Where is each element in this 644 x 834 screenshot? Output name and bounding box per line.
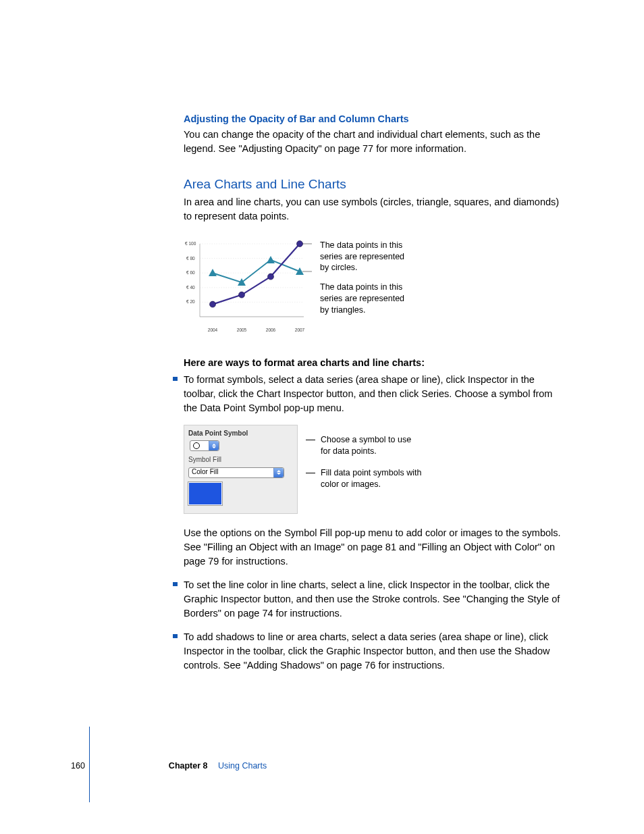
chapter-label: Chapter 8 bbox=[169, 761, 208, 771]
callout-triangles: The data points in this series are repre… bbox=[320, 282, 414, 316]
y-tick-label: € 100 bbox=[185, 241, 196, 246]
line-chart-figure: € 20 € 40 € 60 € 80 € 100 2004 2005 bbox=[184, 236, 568, 338]
panel-callout-symbol: Choose a symbol to use for data points. bbox=[321, 434, 422, 457]
circle-icon bbox=[193, 442, 200, 449]
inspector-panel: Data Point Symbol Symbol Fill Color Fill bbox=[184, 425, 298, 514]
y-tick-label: € 80 bbox=[186, 256, 195, 261]
inspector-panel-figure: Data Point Symbol Symbol Fill Color Fill bbox=[184, 425, 568, 514]
instruction-list: To format symbols, select a data series … bbox=[173, 373, 568, 673]
page-number: 160 bbox=[71, 760, 85, 772]
list-item-text: To set the line color in line charts, se… bbox=[184, 579, 560, 619]
line-chart-svg: € 20 € 40 € 60 € 80 € 100 2004 2005 bbox=[184, 237, 312, 338]
content-column: Adjusting the Opacity of Bar and Column … bbox=[184, 112, 568, 673]
panel-callouts: Choose a symbol to use for data points. … bbox=[306, 425, 422, 503]
svg-point-11 bbox=[210, 301, 216, 307]
list-item: To set the line color in line charts, se… bbox=[173, 578, 568, 621]
svg-point-13 bbox=[268, 273, 274, 280]
page-footer: 160 Chapter 8 Using Charts bbox=[71, 760, 267, 772]
panel-callout-fill: Fill data point symbols with color or im… bbox=[321, 467, 422, 490]
section-heading-area-line: Area Charts and Line Charts bbox=[184, 175, 568, 194]
symbol-fill-popup[interactable]: Color Fill bbox=[188, 467, 284, 478]
subheading-opacity: Adjusting the Opacity of Bar and Column … bbox=[184, 112, 568, 126]
y-tick-label: € 60 bbox=[186, 270, 195, 275]
popup-stepper-icon bbox=[209, 441, 219, 450]
list-item-text: To format symbols, select a data series … bbox=[184, 374, 552, 413]
popup-stepper-icon bbox=[273, 468, 284, 477]
panel-label-fill: Symbol Fill bbox=[188, 455, 293, 465]
data-point-symbol-popup[interactable] bbox=[190, 440, 219, 451]
panel-label-symbol: Data Point Symbol bbox=[188, 429, 293, 439]
x-tick-label: 2004 bbox=[208, 328, 218, 332]
svg-point-12 bbox=[239, 292, 245, 298]
x-tick-label: 2006 bbox=[266, 328, 276, 332]
para-opacity: You can change the opacity of the chart … bbox=[184, 128, 568, 156]
list-item: To format symbols, select a data series … bbox=[173, 373, 568, 569]
list-item: To add shadows to line or area charts, s… bbox=[173, 630, 568, 673]
list-item-text: To add shadows to line or area charts, s… bbox=[184, 631, 549, 671]
y-tick-label: € 40 bbox=[186, 285, 195, 290]
line-chart: € 20 € 40 € 60 € 80 € 100 2004 2005 bbox=[184, 236, 312, 338]
page: Adjusting the Opacity of Bar and Column … bbox=[0, 0, 644, 834]
y-tick-label: € 20 bbox=[186, 299, 195, 304]
chapter-title: Using Charts bbox=[218, 761, 267, 771]
svg-marker-9 bbox=[267, 256, 275, 263]
svg-marker-10 bbox=[296, 267, 304, 275]
svg-point-14 bbox=[297, 240, 303, 246]
para-after-panel: Use the options on the Symbol Fill pop-u… bbox=[184, 526, 568, 569]
symbol-fill-value: Color Fill bbox=[189, 467, 273, 477]
color-swatch[interactable] bbox=[188, 482, 222, 505]
x-tick-label: 2007 bbox=[295, 328, 305, 332]
x-tick-label: 2005 bbox=[237, 328, 247, 332]
svg-marker-7 bbox=[209, 269, 217, 276]
para-area-line-intro: In area and line charts, you can use sym… bbox=[184, 195, 568, 224]
instructions-lead: Here are ways to format area charts and … bbox=[184, 356, 568, 370]
chart-callouts: The data points in this series are repre… bbox=[320, 236, 414, 324]
callout-circles: The data points in this series are repre… bbox=[320, 240, 414, 274]
